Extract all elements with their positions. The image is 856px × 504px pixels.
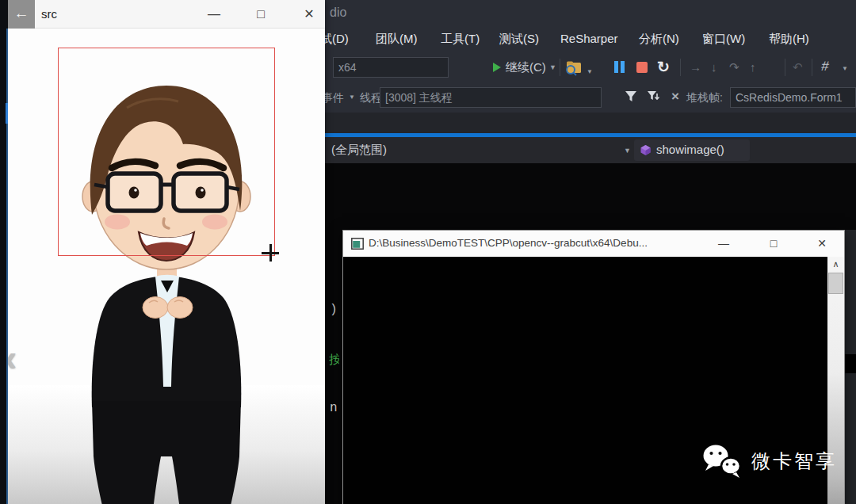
vs-background-notch (845, 354, 856, 373)
code-fragment: ) (330, 303, 338, 317)
scroll-up-icon[interactable]: ∧ (827, 257, 844, 273)
window-edge-highlight (6, 103, 8, 124)
console-close-button[interactable]: ✕ (814, 235, 830, 251)
src-image-window: ← src — □ ✕ (8, 0, 325, 504)
filter-flag-icon[interactable] (647, 90, 661, 103)
grabcut-selection-rect (58, 48, 275, 256)
show-next-statement-icon[interactable]: → (690, 60, 701, 74)
crosshair-cursor (262, 244, 279, 262)
vs-window-title: dio (330, 6, 346, 20)
menu-test[interactable]: 测试(S) (499, 32, 539, 47)
stack-frame-label: 堆栈帧: (686, 91, 723, 105)
menu-team[interactable]: 团队(M) (376, 32, 418, 47)
event-dropdown-icon[interactable]: ▼ (349, 94, 355, 101)
menu-analyze[interactable]: 分析(N) (639, 32, 679, 47)
src-close-button[interactable]: ✕ (301, 6, 317, 22)
method-icon (640, 144, 652, 156)
toolbar-overflow-icon[interactable]: ▼ (842, 65, 848, 72)
screen: dio 调试(D) 团队(M) 工具(T) 测试(S) ReSharper 分析… (0, 0, 856, 504)
folder-search-icon[interactable] (564, 59, 585, 77)
console-title: D:\Business\DemoTEST\CPP\opencv--grabcut… (369, 237, 648, 249)
step-over-icon[interactable]: ↷ (729, 60, 739, 74)
scope-dropdown-icon[interactable]: ▼ (624, 147, 631, 155)
console-minimize-button[interactable]: — (716, 235, 732, 251)
src-titlebar[interactable]: ← src — □ ✕ (8, 0, 325, 29)
scrollbar-thumb[interactable] (828, 273, 843, 294)
resharper-grid-icon[interactable]: # (820, 59, 830, 74)
continue-play-icon[interactable] (493, 63, 501, 72)
platform-combo[interactable]: x64 (333, 57, 449, 78)
toolbar-separator (785, 59, 785, 76)
undo-icon[interactable]: ↶ (793, 60, 803, 74)
folder-dropdown-icon[interactable]: ▼ (587, 68, 593, 75)
wechat-icon (701, 442, 743, 480)
clear-filter-icon[interactable]: × (671, 89, 679, 105)
filter-funnel-icon[interactable] (625, 90, 637, 103)
stack-frame-value: CsRedisDemo.Form1 (736, 91, 843, 104)
toolbar-separator (680, 59, 681, 76)
thread-combo[interactable]: [3008] 主线程 (380, 87, 602, 108)
menu-help[interactable]: 帮助(H) (769, 32, 809, 47)
toolbar-separator (560, 59, 560, 76)
member-name: showimage() (656, 143, 724, 156)
src-window-title: src (41, 7, 57, 21)
pause-button[interactable] (614, 61, 625, 76)
code-fragment-comment: 按 (329, 352, 339, 368)
src-image-canvas[interactable]: ‹ (8, 29, 325, 504)
video-prev-chevron-icon[interactable]: ‹ (8, 339, 17, 376)
menu-resharper[interactable]: ReSharper (560, 32, 618, 45)
continue-dropdown-icon[interactable]: ▼ (549, 63, 556, 71)
thread-value: [3008] 主线程 (385, 91, 453, 104)
step-out-icon[interactable]: ↑ (750, 60, 756, 74)
continue-button[interactable]: 继续(C) (506, 60, 546, 75)
src-maximize-button[interactable]: □ (253, 6, 269, 22)
menu-window[interactable]: 窗口(W) (702, 32, 745, 47)
step-into-icon[interactable]: ↓ (711, 60, 717, 74)
console-app-icon (351, 238, 364, 250)
src-minimize-button[interactable]: — (206, 6, 222, 22)
back-button[interactable]: ← (8, 0, 35, 29)
event-label[interactable]: 事件 (322, 91, 344, 105)
platform-value: x64 (338, 61, 357, 74)
console-titlebar[interactable]: D:\Business\DemoTEST\CPP\opencv--grabcut… (343, 231, 844, 257)
scope-dropdown[interactable]: (全局范围) (331, 143, 387, 158)
watermark: 微卡智享 (701, 442, 837, 480)
stop-debug-button[interactable] (636, 62, 648, 73)
watermark-text: 微卡智享 (751, 449, 837, 474)
stack-frame-combo[interactable]: CsRedisDemo.Form1 (730, 87, 856, 108)
restart-button[interactable]: ↻ (657, 58, 670, 76)
console-maximize-button[interactable]: □ (766, 235, 781, 251)
code-fragment: n (330, 401, 338, 415)
window-edge-line (6, 29, 8, 504)
toolbar-separator (812, 59, 812, 76)
menu-tools[interactable]: 工具(T) (441, 32, 480, 47)
